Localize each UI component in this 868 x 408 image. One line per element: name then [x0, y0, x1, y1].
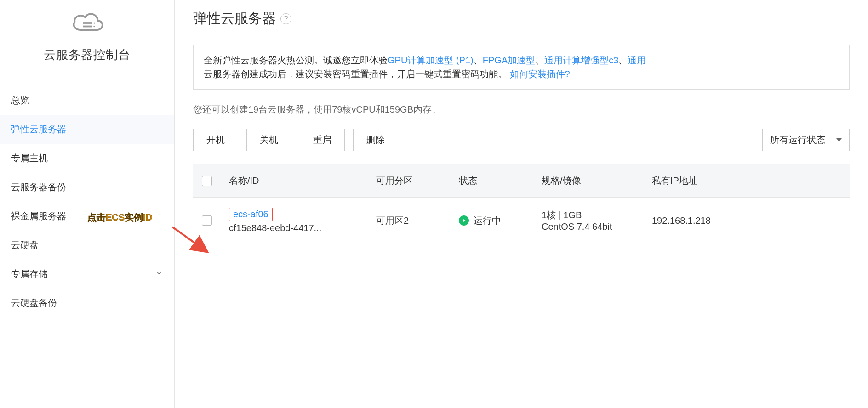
sidebar-item-label: 总览: [11, 94, 29, 107]
instance-table: 名称/ID 可用分区 状态 规格/镜像 私有IP地址 ecs-af06 cf15…: [193, 164, 850, 244]
cell-name: ecs-af06 cf15e848-eebd-4417...: [221, 198, 368, 244]
notice-link-gpu[interactable]: GPU计算加速型 (P1): [388, 55, 474, 65]
header-ip: 私有IP地址: [644, 164, 745, 197]
reboot-button[interactable]: 重启: [300, 129, 345, 151]
sidebar-item-label: 专属存储: [11, 268, 48, 280]
sidebar-item-label: 专属主机: [11, 152, 48, 164]
page-title: 弹性云服务器: [193, 9, 276, 28]
header-status: 状态: [451, 164, 533, 197]
sidebar-header: 云服务器控制台: [0, 9, 174, 77]
sidebar-item-overview[interactable]: 总览: [0, 86, 174, 115]
sidebar: 云服务器控制台 总览 弹性云服务器 专属主机 云服务器备份 裸金属服务器 云硬盘…: [0, 0, 175, 408]
sidebar-item-dedicated-storage[interactable]: 专属存储: [0, 260, 174, 289]
instance-name-link[interactable]: ecs-af06: [233, 209, 268, 220]
select-all-checkbox[interactable]: [202, 176, 212, 186]
svg-point-2: [93, 22, 95, 23]
cell-spec: 1核 | 1GB CentOS 7.4 64bit: [533, 199, 644, 242]
cell-status: 运行中: [451, 204, 533, 237]
notice-link-install[interactable]: 如何安装插件?: [510, 69, 570, 79]
header-checkbox-cell: [193, 166, 221, 196]
main-content: 弹性云服务器 ? 全新弹性云服务器火热公测。诚邀您立即体验GPU计算加速型 (P…: [175, 0, 868, 408]
cloud-logo-icon: [69, 9, 106, 39]
notice-sep: 、: [474, 55, 483, 65]
sidebar-item-disk-backup[interactable]: 云硬盘备份: [0, 289, 174, 317]
status-running-icon: [459, 215, 469, 226]
sidebar-item-dedicated-host[interactable]: 专属主机: [0, 144, 174, 173]
notice-banner: 全新弹性云服务器火热公测。诚邀您立即体验GPU计算加速型 (P1)、FPGA加速…: [193, 45, 850, 90]
chevron-down-icon: [155, 269, 163, 279]
caret-down-icon: [836, 138, 842, 142]
notice-text: 全新弹性云服务器火热公测。诚邀您立即体验: [204, 55, 388, 65]
notice-link-c3[interactable]: 通用计算增强型c3: [544, 55, 618, 65]
toolbar: 开机 关机 重启 删除 所有运行状态: [193, 129, 850, 151]
table-header-row: 名称/ID 可用分区 状态 规格/镜像 私有IP地址: [193, 164, 850, 198]
svg-point-3: [93, 26, 95, 27]
sidebar-item-label: 云服务器备份: [11, 181, 66, 193]
sidebar-item-label: 云硬盘: [11, 239, 39, 251]
stop-button[interactable]: 关机: [246, 129, 291, 151]
help-icon[interactable]: ?: [280, 13, 291, 24]
quota-summary: 您还可以创建19台云服务器，使用79核vCPU和159GB内存。: [193, 103, 850, 116]
row-checkbox-cell: [193, 205, 221, 236]
page-title-row: 弹性云服务器 ?: [193, 9, 850, 28]
sidebar-title: 云服务器控制台: [44, 47, 131, 63]
header-zone: 可用分区: [368, 164, 451, 197]
sidebar-item-bare-metal[interactable]: 裸金属服务器: [0, 202, 174, 231]
sidebar-item-label: 弹性云服务器: [11, 123, 66, 136]
sidebar-item-evs[interactable]: 云硬盘: [0, 231, 174, 260]
spec-line2: CentOS 7.4 64bit: [542, 221, 635, 232]
header-name: 名称/ID: [221, 164, 368, 197]
spec-line1: 1核 | 1GB: [542, 209, 635, 221]
status-filter-label: 所有运行状态: [770, 134, 825, 146]
sidebar-item-server-backup[interactable]: 云服务器备份: [0, 173, 174, 202]
notice-link-fpga[interactable]: FPGA加速型: [483, 55, 535, 65]
sidebar-item-label: 裸金属服务器: [11, 210, 66, 222]
sidebar-nav: 总览 弹性云服务器 专属主机 云服务器备份 裸金属服务器 云硬盘 专属存储: [0, 86, 174, 317]
start-button[interactable]: 开机: [193, 129, 238, 151]
cell-zone: 可用区2: [368, 204, 451, 237]
sidebar-item-label: 云硬盘备份: [11, 297, 57, 309]
instance-id: cf15e848-eebd-4417...: [229, 223, 360, 233]
delete-button[interactable]: 删除: [353, 129, 398, 151]
notice-sep: 、: [618, 55, 628, 65]
row-checkbox[interactable]: [202, 215, 212, 226]
notice-text-line2: 云服务器创建成功后，建议安装密码重置插件，开启一键式重置密码功能。: [204, 69, 507, 79]
status-text: 运行中: [474, 215, 501, 227]
status-filter-dropdown[interactable]: 所有运行状态: [762, 129, 850, 151]
notice-sep: 、: [535, 55, 544, 65]
table-row: ecs-af06 cf15e848-eebd-4417... 可用区2 运行中 …: [193, 198, 850, 244]
notice-link-general[interactable]: 通用: [628, 55, 646, 65]
sidebar-item-ecs[interactable]: 弹性云服务器: [0, 115, 174, 144]
cell-ip: 192.168.1.218: [644, 205, 745, 236]
header-spec: 规格/镜像: [533, 164, 644, 197]
